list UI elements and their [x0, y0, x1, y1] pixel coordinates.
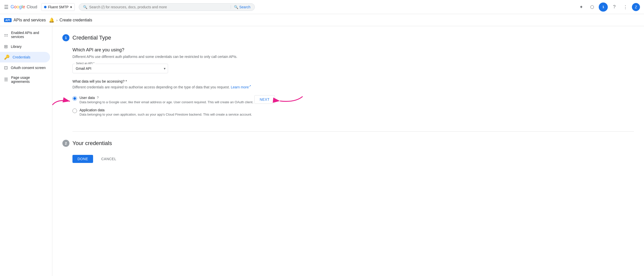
notification-badge-button[interactable]: 1 [599, 3, 608, 12]
enabled-apis-icon: ⚏ [4, 32, 8, 38]
main-content: 1 Credential Type Which API are you usin… [52, 26, 644, 276]
sidebar-item-page-usage[interactable]: ☰ Page usage agreements [0, 73, 50, 86]
sidebar-item-library[interactable]: ⊞ Library [0, 41, 50, 52]
page-usage-icon: ☰ [4, 77, 8, 82]
search-input[interactable] [89, 5, 229, 9]
what-data-desc: Different credentials are required to au… [72, 84, 634, 89]
radio-app-data-content: Application data Data belonging to your … [79, 108, 252, 116]
api-select[interactable]: Gmail API Google Drive API Calendar API [72, 64, 168, 73]
sidebar-item-enabled-apis[interactable]: ⚏ Enabled APIs and services [0, 28, 50, 41]
cloud-text: Cloud [27, 5, 37, 9]
step2-circle: 2 [62, 140, 69, 147]
search-bar-icon: 🔍 [83, 5, 87, 9]
sidebar-label-page-usage: Page usage agreements [11, 76, 46, 84]
search-icon: 🔍 [234, 5, 238, 9]
select-api-label: Select an API * [75, 62, 95, 65]
cancel-button[interactable]: CANCEL [97, 155, 120, 163]
api-badge: API [4, 18, 12, 22]
learn-more-link[interactable]: Learn more↗ [231, 85, 251, 89]
pink-arrow-1 [52, 96, 75, 109]
step2-title: Your credentials [72, 140, 112, 147]
radio-user-data[interactable] [72, 96, 77, 101]
radio-app-data-desc: Data belonging to your own application, … [79, 113, 252, 116]
radio-user-data-content: User data ? Data belonging to a Google u… [79, 96, 253, 104]
radio-app-data-label: Application data [79, 108, 105, 112]
radio-user-data-label: User data [79, 96, 95, 100]
app-body: ⚏ Enabled APIs and services ⊞ Library 🔑 … [0, 26, 644, 276]
done-button[interactable]: DONE [72, 155, 93, 163]
step1-title: Credential Type [72, 34, 111, 41]
google-cloud-logo: Google Cloud [11, 4, 37, 10]
breadcrumb-sep: › [56, 18, 58, 22]
which-api-desc: Different APIs use different auth platfo… [72, 55, 634, 59]
sidebar-item-oauth-consent[interactable]: ⊡ OAuth consent screen [0, 62, 50, 73]
step1-circle: 1 [62, 34, 69, 41]
step1-header: 1 Credential Type [62, 34, 634, 41]
project-selector[interactable]: Fluent SMTP ▾ [41, 3, 75, 11]
bell-icon[interactable]: 🔔 [49, 17, 54, 23]
secondary-nav: API APIs and services 🔔 › Create credent… [0, 14, 644, 26]
more-options-button[interactable]: ⋮ [621, 3, 630, 12]
sidebar-label-enabled-apis: Enabled APIs and services [11, 31, 46, 39]
action-buttons: DONE CANCEL [72, 155, 634, 163]
external-link-icon: ↗ [249, 84, 251, 87]
radio-group: User data ? Data belonging to a Google u… [72, 96, 253, 116]
help-icon-button[interactable]: ? [610, 3, 619, 12]
nav-right: ✦ ⬡ 1 ? ⋮ Z [577, 3, 640, 12]
project-dropdown-icon: ▾ [70, 5, 72, 9]
next-button[interactable]: NEXT [254, 95, 275, 104]
help-icon-user-data[interactable]: ? [96, 96, 100, 100]
radio-user-data-desc: Data belonging to a Google user, like th… [79, 100, 253, 104]
search-button[interactable]: 🔍 Search [231, 5, 250, 9]
credentials-icon: 🔑 [4, 54, 10, 60]
api-select-wrapper: Select an API * Gmail API Google Drive A… [72, 64, 168, 73]
sidebar-label-credentials: Credentials [13, 55, 30, 59]
cast-icon-button[interactable]: ⬡ [588, 3, 597, 12]
menu-icon[interactable]: ☰ [4, 4, 9, 10]
user-avatar[interactable]: Z [632, 3, 640, 11]
which-api-title: Which API are you using? [72, 47, 634, 53]
apis-services-title: APIs and services [14, 18, 46, 22]
radio-app-data[interactable] [72, 109, 77, 113]
step1-content: Which API are you using? Different APIs … [72, 47, 634, 132]
top-nav: ☰ Google Cloud Fluent SMTP ▾ 🔍 🔍 Search … [0, 0, 644, 14]
radio-option-app-data: Application data Data belonging to your … [72, 108, 253, 116]
project-name: Fluent SMTP [48, 5, 69, 9]
oauth-consent-icon: ⊡ [4, 65, 8, 71]
sidebar-label-library: Library [11, 45, 22, 49]
page-title: Create credentials [60, 18, 92, 22]
sidebar-item-credentials[interactable]: 🔑 Credentials [0, 52, 50, 62]
sidebar: ⚏ Enabled APIs and services ⊞ Library 🔑 … [0, 26, 52, 276]
library-icon: ⊞ [4, 44, 8, 49]
what-data-title: What data will you be accessing? * [72, 79, 634, 83]
sidebar-label-oauth-consent: OAuth consent screen [11, 66, 46, 70]
project-dot [44, 6, 47, 8]
radio-option-user-data: User data ? Data belonging to a Google u… [72, 96, 253, 104]
search-bar: 🔍 🔍 Search [79, 3, 255, 11]
star-icon-button[interactable]: ✦ [577, 3, 586, 12]
step2-header: 2 Your credentials [62, 140, 634, 147]
pink-arrow-2 [272, 94, 305, 108]
